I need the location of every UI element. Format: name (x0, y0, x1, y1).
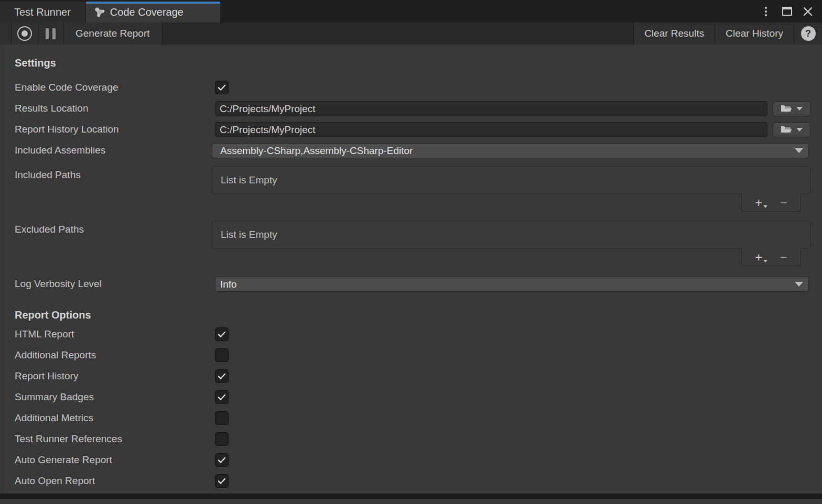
enable-coverage-checkbox[interactable] (215, 81, 229, 94)
results-location-label: Results Location (15, 103, 215, 114)
help-button[interactable]: ? (794, 23, 822, 45)
history-location-row: Report History Location C:/Projects/MyPr… (15, 119, 810, 140)
report-option-label: Test Runner References (15, 433, 215, 445)
log-verbosity-dropdown[interactable]: Info (215, 277, 809, 292)
results-location-input[interactable]: C:/Projects/MyProject (215, 101, 767, 116)
tab-bar: Test Runner Code Coverage (0, 0, 822, 23)
report-option-checkbox[interactable] (215, 453, 229, 467)
report-option-label: Auto Open Report (15, 475, 215, 487)
checkmark-icon (217, 371, 227, 381)
report-options-list: HTML Report Additional Reports Report Hi… (15, 324, 810, 491)
pause-button[interactable] (38, 23, 63, 45)
excluded-paths-footer: + − (741, 248, 801, 266)
code-coverage-window: Test Runner Code Coverage (0, 0, 822, 504)
report-option-row: Auto Open Report (15, 470, 810, 491)
excluded-paths-empty[interactable]: List is Empty (212, 221, 810, 249)
log-verbosity-row: Log Verbosity Level Info (15, 273, 810, 294)
included-paths-label: Included Paths (15, 166, 215, 182)
tab-code-coverage-label: Code Coverage (110, 6, 183, 18)
included-paths-list: List is Empty + − (212, 166, 810, 212)
history-location-label: Report History Location (15, 124, 215, 135)
window-bottom-edge (0, 494, 822, 499)
tab-test-runner-label: Test Runner (14, 6, 71, 18)
report-options-heading: Report Options (15, 308, 810, 322)
log-verbosity-value: Info (220, 279, 237, 290)
report-option-row: Additional Reports (15, 345, 810, 366)
report-option-checkbox[interactable] (215, 327, 229, 341)
add-item-button[interactable]: + (755, 251, 766, 264)
record-button[interactable] (12, 23, 38, 45)
window-controls (752, 0, 822, 23)
history-location-input[interactable]: C:/Projects/MyProject (215, 122, 767, 137)
chevron-down-icon (795, 148, 803, 153)
clear-results-button[interactable]: Clear Results (633, 23, 715, 45)
record-icon (17, 26, 32, 41)
enable-coverage-row: Enable Code Coverage (15, 77, 810, 98)
toolbar-lead-segment (0, 23, 12, 45)
included-paths-empty[interactable]: List is Empty (212, 166, 810, 194)
tab-test-runner[interactable]: Test Runner (0, 2, 85, 23)
report-option-checkbox[interactable] (215, 411, 229, 425)
report-option-checkbox[interactable] (215, 432, 229, 446)
included-paths-row: Included Paths List is Empty + − (15, 166, 810, 212)
clear-results-label: Clear Results (644, 28, 704, 39)
excluded-paths-label: Excluded Paths (15, 221, 215, 236)
generate-report-label: Generate Report (75, 28, 150, 39)
checkmark-icon (217, 455, 227, 465)
add-item-button[interactable]: + (755, 196, 766, 209)
log-verbosity-label: Log Verbosity Level (15, 278, 215, 290)
remove-item-button[interactable]: − (780, 196, 787, 209)
generate-report-button[interactable]: Generate Report (63, 23, 163, 45)
settings-panel: Settings Enable Code Coverage Results Lo… (0, 45, 822, 494)
clear-history-button[interactable]: Clear History (715, 23, 794, 45)
toolbar-spacer (163, 23, 634, 45)
kebab-menu-icon (765, 7, 767, 16)
report-option-row: Auto Generate Report (15, 450, 810, 470)
included-assemblies-dropdown[interactable]: Assembly-CSharp,Assembly-CSharp-Editor (212, 143, 809, 158)
maximize-icon (782, 7, 792, 16)
checkmark-icon (217, 476, 227, 486)
included-assemblies-row: Included Assemblies Assembly-CSharp,Asse… (15, 140, 810, 161)
folder-icon (781, 104, 792, 113)
report-option-checkbox[interactable] (215, 390, 229, 404)
folder-icon (781, 125, 792, 134)
pause-icon (46, 28, 56, 39)
report-option-label: Report History (15, 370, 215, 382)
report-option-row: Summary Badges (15, 387, 810, 408)
clear-history-label: Clear History (726, 28, 783, 39)
settings-heading: Settings (15, 56, 810, 70)
code-coverage-icon (94, 7, 105, 18)
report-option-checkbox[interactable] (215, 369, 229, 383)
included-assemblies-label: Included Assemblies (15, 145, 215, 156)
report-option-label: Additional Reports (15, 349, 215, 361)
chevron-down-icon (795, 282, 803, 287)
window-menu-button[interactable] (758, 4, 774, 19)
included-paths-footer: + − (741, 194, 801, 212)
results-location-browse-button[interactable] (773, 101, 810, 116)
report-option-label: HTML Report (15, 328, 215, 340)
close-button[interactable] (800, 4, 816, 19)
enable-coverage-label: Enable Code Coverage (15, 82, 215, 93)
checkmark-icon (217, 329, 227, 339)
remove-item-button[interactable]: − (780, 251, 787, 264)
report-option-label: Summary Badges (15, 391, 215, 403)
report-option-label: Additional Metrics (15, 412, 215, 424)
close-icon (802, 6, 814, 17)
tab-code-coverage[interactable]: Code Coverage (86, 2, 220, 23)
excluded-paths-row: Excluded Paths List is Empty + − (15, 221, 810, 266)
chevron-down-icon (796, 107, 803, 111)
checkmark-icon (217, 392, 227, 402)
report-option-label: Auto Generate Report (15, 454, 215, 466)
toolbar: Generate Report Clear Results Clear Hist… (0, 23, 822, 45)
report-option-row: Report History (15, 366, 810, 387)
report-option-checkbox[interactable] (215, 348, 229, 362)
help-icon: ? (801, 26, 816, 41)
excluded-paths-list: List is Empty + − (212, 221, 810, 266)
report-option-row: HTML Report (15, 324, 810, 345)
report-option-checkbox[interactable] (215, 474, 229, 488)
history-location-browse-button[interactable] (773, 122, 810, 137)
maximize-button[interactable] (779, 4, 795, 19)
results-location-row: Results Location C:/Projects/MyProject (15, 98, 810, 119)
report-option-row: Test Runner References (15, 429, 810, 450)
included-assemblies-value: Assembly-CSharp,Assembly-CSharp-Editor (220, 145, 413, 156)
